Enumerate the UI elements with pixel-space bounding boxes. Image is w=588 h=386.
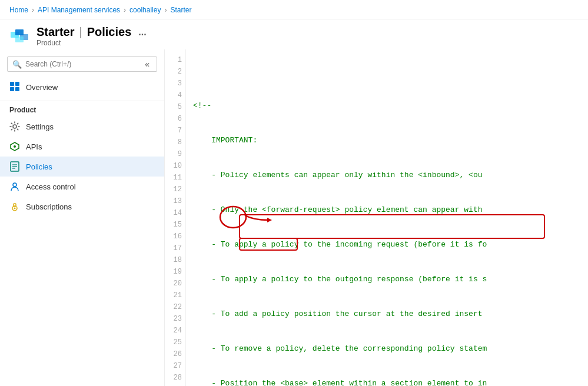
breadcrumb-home[interactable]: Home bbox=[9, 6, 28, 14]
overview-label: Overview bbox=[26, 83, 58, 92]
svg-rect-4 bbox=[10, 82, 14, 86]
breadcrumb-instance[interactable]: coolhailey bbox=[129, 6, 161, 14]
svg-point-10 bbox=[14, 145, 16, 148]
code-editor[interactable]: 12345 678910 1112131415 1617181920 21222… bbox=[165, 49, 588, 386]
sidebar-item-access-control[interactable]: Access control bbox=[0, 177, 164, 197]
breadcrumb-starter[interactable]: Starter bbox=[170, 6, 191, 14]
line-numbers: 12345 678910 1112131415 1617181920 21222… bbox=[165, 49, 186, 386]
page-title: Starter bbox=[36, 25, 74, 39]
main-content: 12345 678910 1112131415 1617181920 21222… bbox=[165, 49, 588, 386]
access-label: Access control bbox=[26, 182, 76, 191]
apis-icon bbox=[9, 141, 20, 152]
settings-label: Settings bbox=[26, 122, 54, 131]
policies-label: Policies bbox=[26, 162, 52, 171]
apis-label: APIs bbox=[26, 142, 42, 151]
page-header: Starter | Policies ... Product bbox=[0, 19, 588, 49]
svg-rect-7 bbox=[15, 87, 19, 91]
svg-point-15 bbox=[13, 183, 16, 187]
code-line-8: - To remove a policy, delete the corresp… bbox=[193, 343, 588, 355]
code-line-9: - Position the <base> element within a s… bbox=[193, 378, 588, 386]
product-icon bbox=[9, 26, 31, 47]
svg-point-8 bbox=[13, 125, 16, 128]
svg-marker-20 bbox=[267, 218, 272, 222]
settings-icon bbox=[9, 121, 20, 132]
svg-rect-6 bbox=[10, 87, 14, 91]
code-line-3: - Policy elements can appear only within… bbox=[193, 169, 588, 181]
more-button[interactable]: ... bbox=[138, 27, 146, 38]
svg-rect-3 bbox=[15, 36, 24, 42]
code-line-7: - To add a policy position the cursor at… bbox=[193, 308, 588, 320]
code-line-1: <!-- bbox=[193, 100, 588, 112]
breadcrumb: Home › API Management services › coolhai… bbox=[0, 0, 588, 19]
search-input[interactable] bbox=[25, 60, 139, 68]
svg-point-17 bbox=[14, 208, 16, 209]
code-line-5: - To apply a policy to the incoming requ… bbox=[193, 239, 588, 251]
code-content[interactable]: <!-- IMPORTANT: - Policy elements can ap… bbox=[186, 49, 588, 386]
sidebar-item-apis[interactable]: APIs bbox=[0, 137, 164, 157]
search-bar[interactable]: 🔍 « bbox=[7, 56, 157, 72]
annotation-box-rate-quota bbox=[239, 214, 545, 239]
svg-rect-5 bbox=[15, 82, 19, 86]
sidebar-item-overview[interactable]: Overview bbox=[0, 76, 164, 98]
page-meta: Product bbox=[36, 39, 147, 47]
sidebar-item-policies[interactable]: Policies bbox=[0, 157, 164, 177]
overview-icon bbox=[9, 81, 20, 94]
svg-rect-18 bbox=[14, 204, 16, 207]
collapse-button[interactable]: « bbox=[142, 59, 152, 69]
search-icon: 🔍 bbox=[12, 60, 22, 69]
main-layout: 🔍 « Overview Product bbox=[0, 49, 588, 386]
sidebar-item-subscriptions[interactable]: Subscriptions bbox=[0, 197, 164, 217]
code-line-2: IMPORTANT: bbox=[193, 135, 588, 147]
code-line-6: - To apply a policy to the outgoing resp… bbox=[193, 274, 588, 285]
code-line-4: - Only the <forward-request> policy elem… bbox=[193, 204, 588, 216]
sidebar-item-settings[interactable]: Settings bbox=[0, 117, 164, 137]
subscriptions-icon bbox=[9, 201, 20, 212]
header-text: Starter | Policies ... Product bbox=[36, 25, 147, 47]
policies-icon bbox=[9, 161, 20, 172]
sidebar: 🔍 « Overview Product bbox=[0, 49, 165, 386]
subscriptions-label: Subscriptions bbox=[26, 202, 72, 211]
access-icon bbox=[9, 181, 20, 192]
breadcrumb-apim[interactable]: API Management services bbox=[38, 6, 120, 14]
sidebar-section-product: Product bbox=[0, 101, 164, 117]
page-subtitle: Policies bbox=[87, 25, 132, 39]
